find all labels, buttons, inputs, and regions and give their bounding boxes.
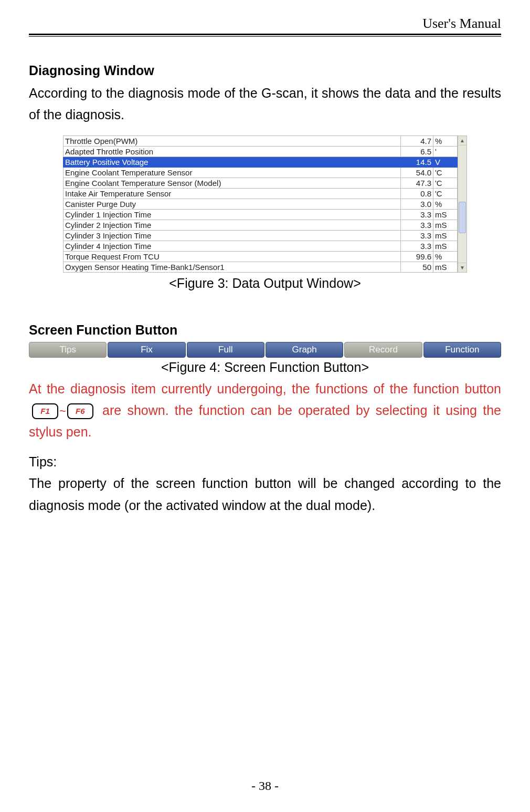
param-unit: V (433, 157, 458, 167)
red-text-before: At the diagnosis item currently undergoi… (29, 381, 501, 396)
page-number: - 38 - (0, 779, 530, 793)
param-unit: mS (433, 262, 458, 272)
section-heading-diagnosing: Diagnosing Window (29, 63, 501, 78)
table-row[interactable]: Cylinder 1 Injection Time3.3mS (63, 209, 458, 220)
param-name: Intake Air Temperature Sensor (63, 188, 401, 199)
table-row[interactable]: Cylinder 2 Injection Time3.3mS (63, 220, 458, 230)
full-button[interactable]: Full (187, 342, 264, 358)
f6-key-icon: F6 (67, 403, 93, 419)
param-unit: mS (433, 241, 458, 251)
param-name: Throttle Open(PWM) (63, 136, 401, 146)
table-row[interactable]: Engine Coolant Temperature Sensor54.0'C (63, 167, 458, 178)
param-name: Canister Purge Duty (63, 199, 401, 209)
figure3-wrap: Throttle Open(PWM)4.7%Adapted Throttle P… (29, 136, 501, 273)
param-value: 4.7 (401, 136, 433, 146)
graph-button[interactable]: Graph (266, 342, 343, 358)
param-name: Adapted Throttle Position (63, 146, 401, 157)
scroll-down-icon[interactable]: ▼ (458, 263, 467, 272)
param-value: 3.3 (401, 241, 433, 251)
tips-button: Tips (29, 342, 107, 358)
param-unit: mS (433, 230, 458, 241)
param-name: Cylinder 1 Injection Time (63, 209, 401, 220)
scroll-track[interactable] (458, 145, 467, 263)
scroll-up-icon[interactable]: ▲ (458, 136, 467, 145)
data-output-table[interactable]: Throttle Open(PWM)4.7%Adapted Throttle P… (63, 136, 458, 273)
table-row[interactable]: Oxygen Sensor Heating Time-Bank1/Sensor1… (63, 262, 458, 272)
param-name: Engine Coolant Temperature Sensor (63, 167, 401, 178)
param-value: 50 (401, 262, 433, 272)
param-unit: ' (433, 146, 458, 157)
scrollbar[interactable]: ▲ ▼ (458, 136, 467, 273)
param-value: 3.0 (401, 199, 433, 209)
param-unit: 'C (433, 167, 458, 178)
param-name: Torque Request From TCU (63, 251, 401, 262)
param-name: Battery Positive Voltage (63, 157, 401, 167)
param-unit: % (433, 251, 458, 262)
f1-key-icon: F1 (32, 403, 58, 419)
table-row[interactable]: Adapted Throttle Position6.5' (63, 146, 458, 157)
param-unit: 'C (433, 178, 458, 188)
red-text-after: are shown. the function can be operated … (29, 403, 501, 439)
param-name: Cylinder 3 Injection Time (63, 230, 401, 241)
table-row[interactable]: Cylinder 4 Injection Time3.3mS (63, 241, 458, 251)
param-value: 14.5 (401, 157, 433, 167)
tips-label: Tips: (29, 454, 501, 470)
table-row[interactable]: Torque Request From TCU99.6% (63, 251, 458, 262)
table-row[interactable]: Intake Air Temperature Sensor0.8'C (63, 188, 458, 199)
param-unit: 'C (433, 188, 458, 199)
data-output-widget: Throttle Open(PWM)4.7%Adapted Throttle P… (63, 136, 467, 273)
param-value: 3.3 (401, 209, 433, 220)
table-row[interactable]: Battery Positive Voltage14.5V (63, 157, 458, 167)
section-heading-screenfn: Screen Function Button (29, 322, 501, 338)
param-unit: % (433, 136, 458, 146)
section1-body: According to the diagnosis mode of the G… (29, 82, 501, 126)
header-title: User's Manual (29, 16, 501, 34)
function-button[interactable]: Function (423, 342, 501, 358)
table-row[interactable]: Throttle Open(PWM)4.7% (63, 136, 458, 146)
param-name: Engine Coolant Temperature Sensor (Model… (63, 178, 401, 188)
table-row[interactable]: Engine Coolant Temperature Sensor (Model… (63, 178, 458, 188)
figure4-caption: <Figure 4: Screen Function Button> (29, 360, 501, 375)
scroll-thumb[interactable] (459, 202, 466, 233)
param-value: 3.3 (401, 230, 433, 241)
record-button: Record (344, 342, 422, 358)
tilde-icon: ~ (59, 402, 66, 421)
param-name: Cylinder 2 Injection Time (63, 220, 401, 230)
param-unit: mS (433, 209, 458, 220)
figure3-caption: <Figure 3: Data Output Window> (29, 276, 501, 291)
function-key-range: F1 ~ F6 (32, 402, 93, 421)
param-unit: mS (433, 220, 458, 230)
param-unit: % (433, 199, 458, 209)
param-value: 54.0 (401, 167, 433, 178)
param-value: 99.6 (401, 251, 433, 262)
function-button-bar: TipsFixFullGraphRecordFunction (29, 342, 501, 358)
red-instruction-text: At the diagnosis item currently undergoi… (29, 378, 501, 443)
param-value: 3.3 (401, 220, 433, 230)
table-row[interactable]: Canister Purge Duty3.0% (63, 199, 458, 209)
param-value: 0.8 (401, 188, 433, 199)
tips-body: The property of the screen function butt… (29, 473, 501, 516)
param-name: Cylinder 4 Injection Time (63, 241, 401, 251)
header-rule (29, 34, 501, 37)
fix-button[interactable]: Fix (108, 342, 185, 358)
param-value: 6.5 (401, 146, 433, 157)
table-row[interactable]: Cylinder 3 Injection Time3.3mS (63, 230, 458, 241)
param-name: Oxygen Sensor Heating Time-Bank1/Sensor1 (63, 262, 401, 272)
param-value: 47.3 (401, 178, 433, 188)
